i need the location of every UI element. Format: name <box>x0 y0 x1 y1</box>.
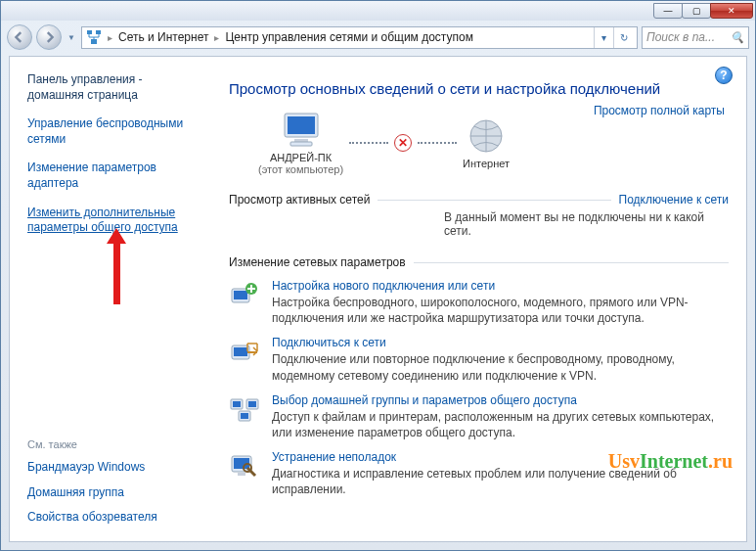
breadcrumb-item[interactable]: Центр управления сетями и общим доступом <box>225 30 473 44</box>
network-icon <box>86 29 102 45</box>
task-homegroup: Выбор домашней группы и параметров общег… <box>229 393 729 440</box>
connect-icon <box>229 336 260 367</box>
nav-history-dropdown[interactable]: ▼ <box>66 27 77 47</box>
network-map: АНДРЕЙ-ПК (этот компьютер) ✕ Интернет <box>258 111 729 175</box>
svg-rect-0 <box>87 30 92 34</box>
watermark: UsvInternet.ru <box>608 450 733 473</box>
minimize-button[interactable]: — <box>653 3 683 19</box>
sidebar-link-internet-options[interactable]: Свойства обозревателя <box>27 510 201 526</box>
svg-rect-9 <box>234 291 247 299</box>
svg-rect-12 <box>234 347 247 356</box>
svg-rect-15 <box>233 401 241 407</box>
forward-button[interactable] <box>36 24 62 50</box>
task-link[interactable]: Настройка нового подключения или сети <box>272 279 729 293</box>
breadcrumb-sep: ▸ <box>214 32 219 43</box>
page-title: Просмотр основных сведений о сети и наст… <box>229 80 729 97</box>
disconnected-icon: ✕ <box>394 134 412 152</box>
titlebar: — ▢ ✕ <box>1 1 755 21</box>
new-connection-icon <box>229 279 260 310</box>
address-bar[interactable]: ▸ Сеть и Интернет ▸ Центр управления сет… <box>81 26 638 49</box>
task-desc: Подключение или повторное подключение к … <box>272 351 729 383</box>
breadcrumb-item[interactable]: Сеть и Интернет <box>118 30 208 44</box>
active-networks-label: Просмотр активных сетей <box>229 193 370 207</box>
task-link[interactable]: Подключиться к сети <box>272 336 729 349</box>
svg-rect-6 <box>290 142 312 146</box>
address-dropdown[interactable]: ▾ <box>594 27 613 48</box>
sidebar-link-firewall[interactable]: Брандмауэр Windows <box>27 460 201 476</box>
main-panel: ? Просмотр основных сведений о сети и на… <box>211 57 746 541</box>
change-settings-section: Изменение сетевых параметров <box>229 255 729 269</box>
see-also-label: См. также <box>27 438 201 450</box>
back-button[interactable] <box>7 24 32 50</box>
content-frame: Панель управления - домашняя страница Уп… <box>9 56 747 542</box>
change-settings-label: Изменение сетевых параметров <box>229 255 406 269</box>
active-networks-section: Просмотр активных сетей Подключение к се… <box>229 193 729 207</box>
close-button[interactable]: ✕ <box>710 3 753 19</box>
pc-sub-label: (этот компьютер) <box>258 163 343 175</box>
search-icon: 🔍 <box>731 31 744 44</box>
no-connection-message: В данный момент вы не подключены ни к ка… <box>444 210 729 238</box>
sidebar-item-adapter[interactable]: Изменение параметров адаптера <box>27 161 201 191</box>
pc-name-label: АНДРЕЙ-ПК <box>258 152 343 163</box>
connect-network-link[interactable]: Подключение к сети <box>619 193 729 207</box>
explorer-window: — ▢ ✕ ▼ ▸ Сеть и Интернет ▸ Цент <box>0 0 756 551</box>
sidebar-item-wireless[interactable]: Управление беспроводными сетями <box>27 116 201 147</box>
homegroup-icon <box>229 393 260 425</box>
sidebar: Панель управления - домашняя страница Уп… <box>10 57 211 541</box>
svg-rect-1 <box>96 30 101 34</box>
task-link[interactable]: Выбор домашней группы и параметров общег… <box>272 393 729 407</box>
task-new-connection: Настройка нового подключения или сети На… <box>229 279 729 326</box>
search-placeholder: Поиск в па... <box>646 30 715 44</box>
internet-label: Интернет <box>463 158 510 169</box>
svg-rect-17 <box>248 401 256 407</box>
troubleshoot-icon <box>229 450 260 482</box>
svg-rect-4 <box>288 116 315 134</box>
svg-rect-22 <box>238 473 245 476</box>
task-connect: Подключиться к сети Подключение или повт… <box>229 336 729 383</box>
refresh-button[interactable]: ↻ <box>613 27 633 48</box>
maximize-button[interactable]: ▢ <box>682 3 711 19</box>
sidebar-item-sharing[interactable]: Изменить дополнительные параметры общего… <box>27 206 201 236</box>
task-desc: Доступ к файлам и принтерам, расположенн… <box>272 409 729 440</box>
computer-icon <box>279 111 324 150</box>
svg-rect-2 <box>91 39 97 44</box>
connection-line <box>418 142 457 144</box>
toolbar: ▼ ▸ Сеть и Интернет ▸ Центр управления с… <box>1 21 755 54</box>
sidebar-link-homegroup[interactable]: Домашняя группа <box>27 485 201 501</box>
help-button[interactable]: ? <box>715 67 733 84</box>
svg-rect-19 <box>241 413 248 419</box>
full-map-link[interactable]: Просмотр полной карты <box>594 104 725 117</box>
globe-icon <box>464 116 509 156</box>
connection-line <box>349 142 388 144</box>
search-box[interactable]: Поиск в па... 🔍 <box>642 26 749 49</box>
sidebar-home[interactable]: Панель управления - домашняя страница <box>27 72 201 103</box>
task-desc: Настройка беспроводного, широкополосного… <box>272 295 729 326</box>
breadcrumb-sep: ▸ <box>108 32 112 43</box>
